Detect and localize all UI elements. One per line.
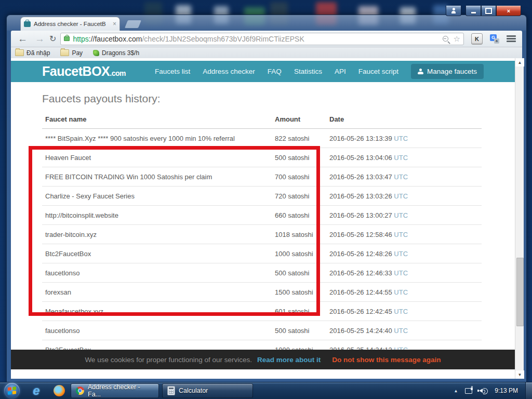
site-nav-link[interactable]: Faucet script bbox=[358, 68, 398, 75]
site-nav-link[interactable]: FAQ bbox=[268, 68, 282, 75]
date-text: 2016-05-26 12:48:26 bbox=[329, 250, 392, 258]
chrome-icon bbox=[76, 387, 84, 395]
payout-date: 2016-05-26 13:03:26 UTC bbox=[326, 192, 482, 200]
url-host: ://faucetbox.com bbox=[89, 35, 142, 43]
utc-link[interactable]: UTC bbox=[394, 135, 408, 142]
bookmark-star-icon[interactable]: ☆ bbox=[454, 35, 460, 43]
cookie-dismiss-link[interactable]: Do not show this message again bbox=[332, 356, 441, 364]
minimize-icon bbox=[471, 12, 476, 14]
task-label: Address checker - Fa... bbox=[88, 383, 154, 398]
bookmark-item[interactable]: Đã nhập bbox=[15, 49, 50, 57]
internet-explorer-icon[interactable]: e bbox=[30, 384, 43, 397]
address-bar[interactable]: https://faucetbox.com/check/1JbN2Seboqms… bbox=[60, 33, 464, 45]
manage-faucets-button[interactable]: Manage faucets bbox=[411, 64, 484, 79]
utc-link[interactable]: UTC bbox=[394, 173, 408, 181]
dragon-favicon-icon bbox=[93, 50, 99, 56]
maximize-icon bbox=[485, 8, 492, 14]
translate-extension-icon[interactable]: G a bbox=[490, 34, 499, 44]
table-row: trader-bitcoin.xyz 1018 satoshi 2016-05-… bbox=[42, 225, 482, 244]
payout-amount: 601 satoshi bbox=[272, 308, 326, 315]
payout-amount: 720 satoshi bbox=[272, 192, 326, 200]
clock[interactable]: 9:13 PM bbox=[495, 387, 518, 394]
page-scrollbar[interactable]: ▲ ▼ bbox=[515, 58, 524, 379]
utc-link[interactable]: UTC bbox=[394, 269, 408, 277]
date-text: 2016-05-26 13:00:27 bbox=[329, 211, 392, 219]
site-nav-links: Faucets listAddress checkerFAQStatistics… bbox=[142, 68, 398, 75]
taskbar-task-button[interactable]: Calculator bbox=[162, 383, 253, 398]
folder-icon bbox=[60, 49, 69, 56]
extension-k-icon[interactable]: K bbox=[471, 33, 483, 45]
system-tray: ▲ 9:13 PM bbox=[454, 382, 532, 399]
site-nav-link[interactable]: Statistics bbox=[294, 68, 322, 75]
site-logo[interactable]: FaucetBOX.com bbox=[42, 64, 126, 79]
task-buttons: Address checker - Fa... Calculator bbox=[71, 383, 256, 398]
secure-lock-icon[interactable] bbox=[64, 36, 70, 41]
cookie-read-more-link[interactable]: Read more about it bbox=[257, 356, 321, 364]
profile-avatar-button[interactable] bbox=[446, 6, 461, 16]
utc-link[interactable]: UTC bbox=[394, 192, 408, 200]
table-row: faucetlonso 500 satoshi 2016-05-25 14:24… bbox=[42, 321, 482, 340]
chrome-menu-icon[interactable] bbox=[507, 34, 516, 44]
start-button[interactable] bbox=[4, 383, 20, 398]
table-row: http://bitcoinsplit.website 660 satoshi … bbox=[42, 206, 482, 225]
show-desktop-button[interactable] bbox=[525, 382, 532, 399]
table-row: **** BitSpain.Xyz **** 900 satoshis ever… bbox=[42, 129, 482, 148]
column-header-faucet-name: Faucet name bbox=[42, 115, 272, 123]
date-text: 2016-05-26 12:46:33 bbox=[329, 269, 392, 277]
utc-link[interactable]: UTC bbox=[394, 327, 408, 335]
payout-amount: 1500 satoshi bbox=[272, 288, 326, 296]
table-row: Charlize - Sexy Faucet Series 720 satosh… bbox=[42, 187, 482, 206]
site-nav-link[interactable]: Address checker bbox=[203, 68, 255, 75]
browser-toolbar: ← → ↻ https://faucetbox.com/check/1JbN2S… bbox=[11, 31, 522, 47]
table-row: FREE BITCOIN TRADING Win 1000 Satoshis p… bbox=[42, 167, 482, 187]
table-row: Megafaucetbox.xyz 601 satoshi 2016-05-26… bbox=[42, 302, 482, 321]
calculator-icon bbox=[167, 386, 175, 395]
table-row: faucetlonso 500 satoshi 2016-05-26 12:46… bbox=[42, 263, 482, 283]
faucet-name: faucetlonso bbox=[42, 327, 272, 335]
page-viewport: FaucetBOX.com Faucets listAddress checke… bbox=[11, 58, 515, 379]
date-text: 2016-05-26 13:03:26 bbox=[329, 192, 392, 200]
reload-button[interactable]: ↻ bbox=[49, 34, 56, 44]
windows-logo-icon bbox=[8, 387, 16, 395]
utc-link[interactable]: UTC bbox=[394, 288, 408, 296]
volume-icon[interactable] bbox=[479, 387, 488, 394]
column-header-amount: Amount bbox=[272, 115, 326, 123]
faucet-name: FREE BITCOIN TRADING Win 1000 Satoshis p… bbox=[42, 173, 272, 181]
faucet-name: Heaven Faucet bbox=[42, 154, 272, 162]
back-button[interactable]: ← bbox=[18, 34, 28, 44]
column-header-date: Date bbox=[326, 115, 482, 123]
bookmark-label: Dragons 3$/h bbox=[102, 49, 139, 57]
tab-close-icon[interactable]: × bbox=[113, 20, 116, 28]
network-icon[interactable] bbox=[465, 388, 473, 394]
utc-link[interactable]: UTC bbox=[394, 250, 408, 258]
scroll-up-button[interactable]: ▲ bbox=[515, 58, 524, 66]
taskbar-task-button[interactable]: Address checker - Fa... bbox=[71, 383, 159, 398]
site-nav-link[interactable]: Faucets list bbox=[155, 68, 190, 75]
folder-icon bbox=[15, 49, 24, 56]
faucet-name: forexsan bbox=[42, 288, 272, 296]
minimize-button[interactable] bbox=[466, 6, 481, 16]
new-tab-button[interactable] bbox=[125, 20, 141, 28]
zoom-level-icon[interactable] bbox=[443, 36, 448, 42]
utc-link[interactable]: UTC bbox=[394, 154, 408, 162]
payout-table-body: **** BitSpain.Xyz **** 900 satoshis ever… bbox=[42, 129, 482, 360]
scroll-down-button[interactable]: ▼ bbox=[515, 370, 524, 379]
maximize-button[interactable] bbox=[481, 6, 496, 16]
bookmark-item[interactable]: Dragons 3$/h bbox=[93, 49, 139, 57]
utc-link[interactable]: UTC bbox=[394, 211, 408, 219]
payout-amount: 500 satoshi bbox=[272, 154, 326, 162]
close-button[interactable]: × bbox=[496, 6, 521, 16]
faucet-name: Btc2FaucetBox bbox=[42, 250, 272, 258]
browser-tab[interactable]: Address checker - FaucetB × bbox=[20, 17, 120, 31]
payout-amount: 1018 satoshi bbox=[272, 231, 326, 238]
firefox-icon[interactable] bbox=[52, 384, 66, 397]
payout-amount: 500 satoshi bbox=[272, 269, 326, 277]
utc-link[interactable]: UTC bbox=[394, 231, 408, 238]
scrollbar-thumb[interactable] bbox=[516, 258, 524, 326]
tray-chevron-icon[interactable]: ▲ bbox=[454, 389, 458, 393]
bookmark-item[interactable]: Pay bbox=[60, 49, 83, 57]
forward-button[interactable]: → bbox=[35, 34, 45, 44]
utc-link[interactable]: UTC bbox=[394, 308, 408, 315]
date-text: 2016-05-26 13:13:39 bbox=[329, 135, 392, 142]
site-nav-link[interactable]: API bbox=[335, 68, 346, 75]
